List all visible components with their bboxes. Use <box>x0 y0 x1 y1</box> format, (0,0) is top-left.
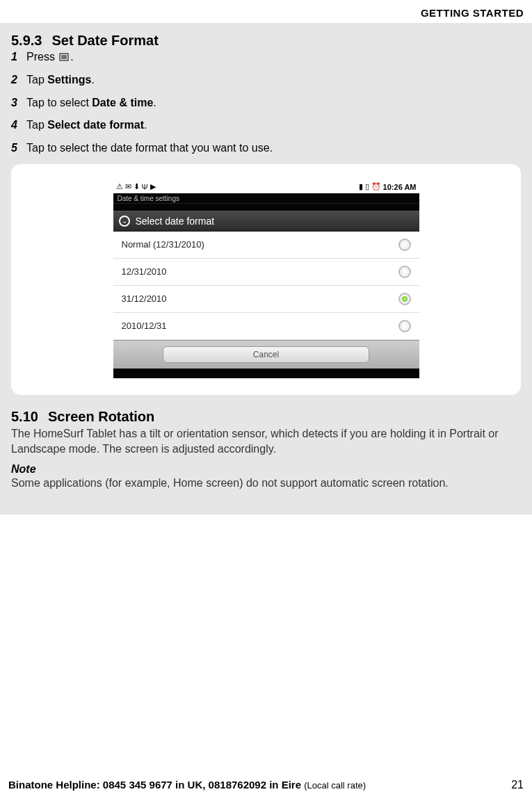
battery-icon: ▮ <box>359 182 363 191</box>
alarm-icon: ⏰ <box>371 182 381 191</box>
warning-icon: ⚠ <box>116 182 123 191</box>
chevron-down-icon: ⌄ <box>119 216 130 227</box>
note-body: Some applications (for example, Home scr… <box>11 476 521 491</box>
step-number: 1 <box>11 50 26 65</box>
menu-icon <box>59 53 69 61</box>
options-list: Normal (12/31/2010) 12/31/2010 31/12/201… <box>113 232 419 340</box>
option-label: Normal (12/31/2010) <box>122 239 204 250</box>
section-heading-date-format: 5.9.3Set Date Format <box>11 33 521 49</box>
section-title: Set Date Format <box>51 33 158 48</box>
step-number: 2 <box>11 73 26 88</box>
step-item: 3 Tap to select Date & time. <box>11 96 521 111</box>
step-number: 3 <box>11 96 26 111</box>
main-content: 5.9.3Set Date Format 1 Press . 2 Tap Set… <box>0 23 532 515</box>
page-number: 21 <box>511 779 524 791</box>
step-text: Tap to select Date & time. <box>26 96 521 111</box>
dialog-header: ⌄ Select date format <box>113 211 419 232</box>
step-text: Tap to select the date format that you w… <box>26 141 521 156</box>
dialog-footer: Cancel <box>113 340 419 369</box>
section-number: 5.9.3 <box>11 33 42 48</box>
date-format-option[interactable]: 31/12/2010 <box>113 286 419 313</box>
status-time: 10:26 AM <box>383 183 417 191</box>
page-footer: Binatone Helpline: 0845 345 9677 in UK, … <box>0 779 532 791</box>
option-label: 2010/12/31 <box>122 321 167 331</box>
steps-list: 1 Press . 2 Tap Settings. 3 Tap to selec… <box>11 50 521 156</box>
note-label: Note <box>11 463 521 476</box>
status-left-icons: ⚠ ✉ ⬇ Ψ ▶ <box>116 182 156 191</box>
cancel-button[interactable]: Cancel <box>163 346 369 363</box>
radio-icon <box>398 320 411 332</box>
section-title: Screen Rotation <box>48 409 154 424</box>
section-heading-rotation: 5.10Screen Rotation <box>11 409 521 425</box>
option-label: 31/12/2010 <box>122 293 167 304</box>
dialog-title: Select date format <box>136 216 215 227</box>
radio-icon-selected <box>398 293 411 305</box>
date-format-option[interactable]: 12/31/2010 <box>113 259 419 286</box>
chat-icon: ✉ <box>125 182 131 191</box>
step-number: 5 <box>11 141 26 156</box>
section-number: 5.10 <box>11 409 38 424</box>
step-item: 2 Tap Settings. <box>11 73 521 88</box>
download-icon: ⬇ <box>134 182 140 191</box>
radio-icon <box>398 238 411 251</box>
step-text: Press . <box>26 50 521 65</box>
screen-subtitle: Date & time settings <box>113 193 419 204</box>
step-number: 4 <box>11 118 26 133</box>
step-item: 4 Tap Select date format. <box>11 118 521 133</box>
play-icon: ▶ <box>150 182 156 191</box>
step-item: 5 Tap to select the date format that you… <box>11 141 521 156</box>
radio-icon <box>398 266 411 278</box>
body-text: The HomeSurf Tablet has a tilt or orient… <box>11 426 521 456</box>
step-text: Tap Select date format. <box>26 118 521 133</box>
option-label: 12/31/2010 <box>122 266 167 277</box>
step-text: Tap Settings. <box>26 73 521 88</box>
footer-helpline: Binatone Helpline: 0845 345 9677 in UK, … <box>8 779 366 791</box>
usb-icon: Ψ <box>142 183 148 191</box>
device-screenshot: ⚠ ✉ ⬇ Ψ ▶ ▮ ▯ ⏰ 10:26 AM Date & time set… <box>113 181 419 378</box>
status-right-icons: ▮ ▯ ⏰ 10:26 AM <box>359 182 417 191</box>
date-format-option[interactable]: Normal (12/31/2010) <box>113 232 419 259</box>
status-bar: ⚠ ✉ ⬇ Ψ ▶ ▮ ▯ ⏰ 10:26 AM <box>113 181 419 193</box>
screenshot-frame: ⚠ ✉ ⬇ Ψ ▶ ▮ ▯ ⏰ 10:26 AM Date & time set… <box>11 164 521 395</box>
date-format-option[interactable]: 2010/12/31 <box>113 313 419 340</box>
sd-icon: ▯ <box>365 182 369 191</box>
page-header: GETTING STARTED <box>0 0 532 23</box>
step-item: 1 Press . <box>11 50 521 65</box>
section-screen-rotation: 5.10Screen Rotation The HomeSurf Tablet … <box>11 409 521 491</box>
